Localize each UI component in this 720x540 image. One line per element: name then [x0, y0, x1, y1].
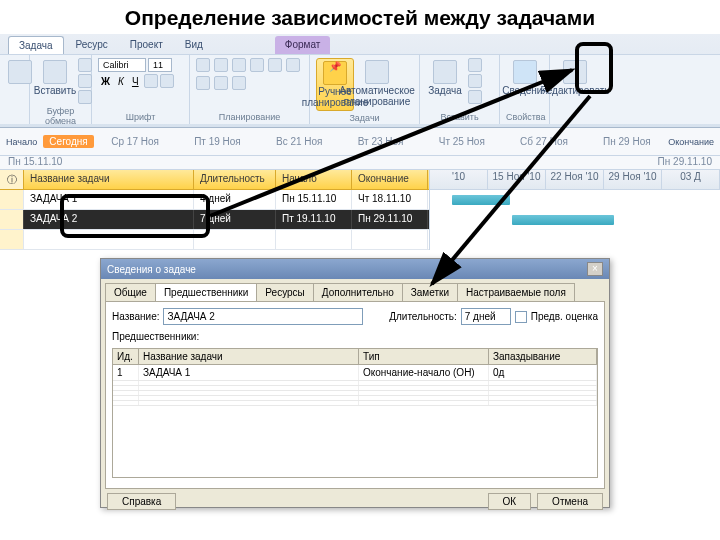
dialog-titlebar[interactable]: Сведения о задаче ×	[101, 259, 609, 279]
pct75-icon[interactable]	[268, 58, 282, 72]
estimate-checkbox[interactable]	[515, 311, 527, 323]
task-name-input[interactable]	[163, 308, 363, 325]
page-title: Определение зависимостей между задачами	[0, 0, 720, 34]
pct100-icon[interactable]	[286, 58, 300, 72]
paste-button[interactable]: Вставить	[36, 58, 74, 99]
timeline-start-date: Пн 15.11.10	[8, 156, 62, 167]
milestone-icon[interactable]	[468, 74, 482, 88]
col-task-name[interactable]: Название задачи	[139, 349, 359, 364]
cancel-button[interactable]: Отмена	[537, 493, 603, 510]
dialog-title: Сведения о задаче	[107, 264, 196, 275]
name-label: Название:	[112, 311, 159, 322]
timeline: Начало Сегодня Ср 17 НояПт 19 НояВс 21 Н…	[0, 128, 720, 156]
font-color-icon[interactable]	[144, 74, 158, 88]
table-header: ⓘ Название задачи Длительность Начало Ок…	[0, 170, 429, 190]
gantt-chart: '10 15 Ноя '10 22 Ноя '10 29 Ноя '10 03 …	[430, 170, 720, 250]
today-marker: Сегодня	[43, 135, 93, 148]
format-painter-icon[interactable]	[78, 90, 92, 104]
font-size-select[interactable]: 11	[148, 58, 172, 72]
italic-button[interactable]: К	[115, 76, 127, 87]
tab-predecessors[interactable]: Предшественники	[155, 283, 257, 301]
col-type[interactable]: Тип	[359, 349, 489, 364]
close-icon[interactable]: ×	[587, 262, 603, 276]
pct25-icon[interactable]	[232, 58, 246, 72]
timeline-dates: Ср 17 НояПт 19 НояВс 21 НояВт 23 НояЧт 2…	[94, 136, 669, 147]
col-duration[interactable]: Длительность	[194, 170, 276, 189]
unlink-icon[interactable]	[214, 76, 228, 90]
fill-color-icon[interactable]	[160, 74, 174, 88]
font-name-select[interactable]: Calibri	[98, 58, 146, 72]
table-row[interactable]: ЗАДАЧА 14 днейПн 15.11.10Чт 18.11.10	[0, 190, 429, 210]
table-row-selected[interactable]: ЗАДАЧА 27 днейПт 19.11.10Пн 29.11.10	[0, 210, 429, 230]
tab-resources[interactable]: Ресурсы	[256, 283, 313, 301]
tab-project[interactable]: Проект	[120, 36, 173, 54]
col-end[interactable]: Окончание	[352, 170, 428, 189]
tab-notes[interactable]: Заметки	[402, 283, 458, 301]
tab-resource[interactable]: Ресурс	[66, 36, 118, 54]
timeline-end-label: Окончание	[668, 137, 714, 147]
indent-right-icon[interactable]	[214, 58, 228, 72]
col-info-icon: ⓘ	[0, 170, 24, 189]
estimate-label: Предв. оценка	[531, 311, 598, 322]
gantt-bar[interactable]	[512, 215, 614, 225]
group-insert: Вставить	[426, 110, 493, 122]
col-lag[interactable]: Запаздывание	[489, 349, 597, 364]
col-id[interactable]: Ид.	[113, 349, 139, 364]
help-button[interactable]: Справка	[107, 493, 176, 510]
group-schedule: Планирование	[196, 110, 303, 122]
col-name[interactable]: Название задачи	[24, 170, 194, 189]
pct50-icon[interactable]	[250, 58, 264, 72]
tab-advanced[interactable]: Дополнительно	[313, 283, 403, 301]
duration-input[interactable]	[461, 308, 511, 325]
timeline-start-label: Начало	[6, 137, 37, 147]
ribbon: Задача Ресурс Проект Вид Формат Вставить…	[0, 34, 720, 128]
auto-schedule-button[interactable]: Автоматическое планирование	[358, 58, 396, 109]
task-button[interactable]: Задача	[426, 58, 464, 99]
task-grid: ⓘ Название задачи Длительность Начало Ок…	[0, 170, 720, 250]
info-button[interactable]: Сведения	[506, 58, 544, 99]
ribbon-tabs: Задача Ресурс Проект Вид Формат	[0, 34, 720, 54]
predecessor-row[interactable]: 1 ЗАДАЧА 1 Окончание-начало (ОН) 0д	[113, 365, 597, 381]
timeline-end-date: Пн 29.11.10	[658, 156, 712, 167]
tab-format[interactable]: Формат	[275, 36, 331, 54]
group-props: Свойства	[506, 110, 543, 122]
task-info-dialog: Сведения о задаче × Общие Предшественник…	[100, 258, 610, 508]
table-row[interactable]: .	[0, 230, 429, 250]
link-icon[interactable]	[196, 76, 210, 90]
tab-view[interactable]: Вид	[175, 36, 213, 54]
deliverable-icon[interactable]	[468, 90, 482, 104]
duration-label: Длительность:	[389, 311, 457, 322]
gantt-bar[interactable]	[452, 195, 510, 205]
tab-task[interactable]: Задача	[8, 36, 64, 54]
predecessors-table: Ид. Название задачи Тип Запаздывание 1 З…	[112, 348, 598, 478]
cut-icon[interactable]	[78, 58, 92, 72]
ok-button[interactable]: ОК	[488, 493, 532, 510]
group-font: Шрифт	[98, 110, 183, 122]
edit-button[interactable]: Редактировать	[556, 58, 594, 99]
predecessor-row[interactable]	[113, 401, 597, 406]
summary-icon[interactable]	[468, 58, 482, 72]
split-icon[interactable]	[232, 76, 246, 90]
copy-icon[interactable]	[78, 74, 92, 88]
underline-button[interactable]: Ч	[129, 76, 142, 87]
tab-general[interactable]: Общие	[105, 283, 156, 301]
group-tasks: Задачи	[316, 111, 413, 123]
tab-custom-fields[interactable]: Настраиваемые поля	[457, 283, 575, 301]
col-start[interactable]: Начало	[276, 170, 352, 189]
group-clipboard: Буфер обмена	[36, 104, 85, 126]
predecessors-label: Предшественники:	[112, 331, 199, 342]
indent-left-icon[interactable]	[196, 58, 210, 72]
bold-button[interactable]: Ж	[98, 76, 113, 87]
